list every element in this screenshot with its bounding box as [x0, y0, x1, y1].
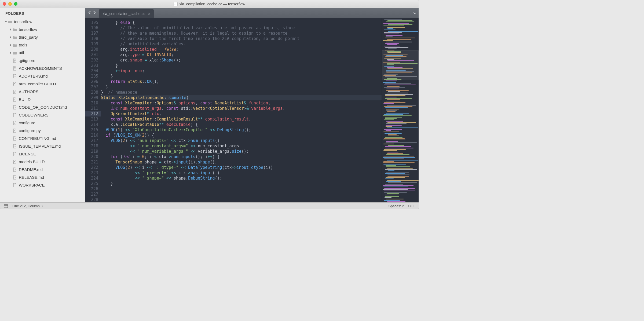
- file-icon: <>: [12, 74, 17, 78]
- folder-icon: [12, 43, 17, 47]
- svg-rect-30: [14, 184, 16, 184]
- tree-file-row[interactable]: CODEOWNERS: [0, 111, 85, 119]
- code-line: << " shape=" << shape.DebugString();: [101, 176, 382, 181]
- tree-file-row[interactable]: /*configure.py: [0, 127, 85, 134]
- tree-item-label: README.md: [19, 167, 43, 172]
- svg-text:c+: c+: [174, 3, 177, 5]
- svg-rect-7: [14, 69, 15, 69]
- tree-folder-row[interactable]: tensorflow: [0, 25, 85, 33]
- tab-nav-arrows: [85, 8, 99, 18]
- tree-item-label: BUILD: [19, 97, 31, 102]
- tree-file-row[interactable]: <>CONTRIBUTING.md: [0, 134, 85, 142]
- file-icon: [12, 121, 17, 125]
- svg-text:<>: <>: [13, 169, 16, 171]
- tab-label: xla_compilation_cache.cc: [103, 12, 145, 16]
- tree-folder-row[interactable]: third_party: [0, 33, 85, 41]
- tree-item-label: CODEOWNERS: [19, 113, 49, 117]
- disclosure-triangle-icon[interactable]: [9, 28, 12, 31]
- tree-file-row[interactable]: <>README.md: [0, 166, 85, 173]
- tree-file-row[interactable]: configure: [0, 119, 85, 127]
- svg-text:/*: /*: [13, 130, 15, 132]
- close-window-button[interactable]: [3, 2, 6, 6]
- minimize-window-button[interactable]: [8, 2, 12, 6]
- code-editor[interactable]: } else { // The values of uninitialized …: [101, 18, 382, 202]
- editor-area: xla_compilation_cache.cc × 195 196 197 1…: [85, 8, 419, 202]
- tree-file-row[interactable]: /*BUILD: [0, 96, 85, 103]
- file-icon: [12, 90, 17, 94]
- svg-rect-12: [14, 92, 15, 93]
- minimap-viewport[interactable]: [382, 50, 419, 80]
- maximize-window-button[interactable]: [14, 2, 17, 6]
- tab-close-icon[interactable]: ×: [148, 12, 150, 16]
- sidebar-header: FOLDERS: [0, 10, 85, 18]
- svg-rect-11: [14, 92, 16, 92]
- code-line: xla::LocalExecutable** executable) {: [101, 122, 382, 127]
- status-syntax[interactable]: C++: [408, 204, 415, 208]
- tree-item-label: configure: [19, 121, 35, 125]
- svg-rect-3: [14, 60, 16, 61]
- titlebar: c+ xla_compilation_cache.cc — tensorflow: [0, 0, 419, 8]
- code-line: const XlaCompiler::Options& options, con…: [101, 100, 382, 106]
- tab-nav-prev-icon[interactable]: [88, 11, 92, 16]
- tree-file-row[interactable]: ACKNOWLEDGMENTS: [0, 64, 85, 72]
- cpp-file-icon: c+: [173, 2, 178, 6]
- statusbar: Line 212, Column 8 Spaces: 2 C++: [0, 202, 419, 209]
- code-line: return Status::OK();: [101, 79, 382, 84]
- svg-text:/*: /*: [13, 99, 15, 101]
- file-icon: <>: [12, 175, 17, 180]
- sidebar[interactable]: FOLDERS tensorflowtensorflowthird_partyt…: [0, 8, 85, 202]
- tree-item-label: tensorflow: [14, 19, 32, 24]
- tab-active[interactable]: xla_compilation_cache.cc ×: [99, 9, 154, 18]
- status-indentation[interactable]: Spaces: 2: [389, 204, 404, 208]
- tree-item-label: third_party: [19, 35, 38, 39]
- tree-file-row[interactable]: <>RELEASE.md: [0, 173, 85, 181]
- tree-file-row[interactable]: <>ADOPTERS.md: [0, 72, 85, 80]
- disclosure-triangle-icon[interactable]: [4, 20, 8, 23]
- code-line: << " present=" << ctx->has_input(i): [101, 170, 382, 176]
- code-line: arg.type = DT_INVALID;: [101, 52, 382, 57]
- tree-item-label: ACKNOWLEDGMENTS: [19, 66, 62, 71]
- tree-item-label: .gitignore: [19, 58, 35, 63]
- tree-file-row[interactable]: WORKSPACE: [0, 181, 85, 189]
- disclosure-triangle-icon[interactable]: [9, 36, 12, 39]
- panel-toggle-icon[interactable]: [4, 204, 8, 208]
- tree-file-row[interactable]: LICENSE: [0, 150, 85, 158]
- tree-file-row[interactable]: <>CODE_OF_CONDUCT.md: [0, 103, 85, 111]
- svg-rect-16: [14, 115, 16, 115]
- tree-item-label: CODE_OF_CONDUCT.md: [19, 105, 67, 110]
- tree-item-label: WORKSPACE: [19, 183, 45, 187]
- tree-file-row[interactable]: /*arm_compiler.BUILD: [0, 80, 85, 88]
- tab-strip: xla_compilation_cache.cc ×: [85, 8, 419, 18]
- svg-rect-19: [14, 123, 16, 123]
- tree-item-label: models.BUILD: [19, 159, 45, 164]
- svg-text:<>: <>: [13, 145, 16, 148]
- disclosure-triangle-icon[interactable]: [9, 52, 12, 54]
- tree-file-row[interactable]: <>ISSUE_TEMPLATE.md: [0, 142, 85, 150]
- tree-file-row[interactable]: /*models.BUILD: [0, 158, 85, 166]
- file-icon: [12, 113, 17, 117]
- file-icon: <>: [12, 105, 17, 110]
- status-position[interactable]: Line 212, Column 8: [12, 204, 43, 208]
- code-line: // they are meaningless. However, it is …: [101, 31, 382, 36]
- tree-folder-row[interactable]: util: [0, 49, 85, 57]
- svg-rect-15: [14, 114, 16, 114]
- code-line: for (int i = 0; i < ctx->num_inputs(); i…: [101, 154, 382, 159]
- tree-file-row[interactable]: .gitignore: [0, 57, 85, 64]
- tree-file-row[interactable]: AUTHORS: [0, 88, 85, 96]
- code-line: Status XlaCompilationCache::Compile(: [101, 95, 382, 100]
- folder-icon: [8, 20, 12, 24]
- tree-item-label: RELEASE.md: [19, 175, 44, 180]
- code-line: OpKernelContext* ctx,: [101, 111, 382, 116]
- tree-folder-row[interactable]: tensorflow: [0, 18, 85, 25]
- tab-nav-next-icon[interactable]: [93, 11, 96, 16]
- minimap[interactable]: [382, 18, 419, 202]
- svg-rect-5: [14, 67, 16, 68]
- disclosure-triangle-icon[interactable]: [9, 44, 12, 46]
- svg-rect-31: [14, 185, 16, 185]
- folder-tree: tensorflowtensorflowthird_partytoolsutil…: [0, 18, 85, 189]
- svg-rect-24: [14, 153, 16, 153]
- tree-folder-row[interactable]: tools: [0, 41, 85, 49]
- tab-overflow-icon[interactable]: [411, 8, 419, 18]
- svg-text:<>: <>: [13, 106, 16, 109]
- svg-text:<>: <>: [13, 176, 16, 179]
